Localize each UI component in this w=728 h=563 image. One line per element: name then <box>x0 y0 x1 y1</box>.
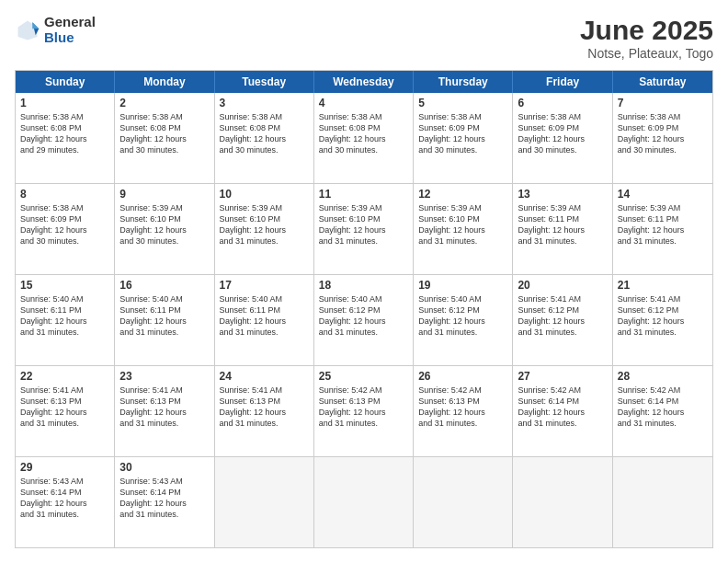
calendar-cell-1-6: 6Sunrise: 5:38 AM Sunset: 6:09 PM Daylig… <box>513 93 612 183</box>
logo-blue-text: Blue <box>44 30 96 46</box>
calendar-cell-3-4: 18Sunrise: 5:40 AM Sunset: 6:12 PM Dayli… <box>314 275 414 365</box>
calendar-cell-2-3: 10Sunrise: 5:39 AM Sunset: 6:10 PM Dayli… <box>215 184 314 274</box>
calendar-cell-2-2: 9Sunrise: 5:39 AM Sunset: 6:10 PM Daylig… <box>115 184 214 274</box>
day-number: 8 <box>20 188 109 201</box>
day-number: 25 <box>319 370 408 383</box>
calendar-cell-2-5: 12Sunrise: 5:39 AM Sunset: 6:10 PM Dayli… <box>414 184 513 274</box>
logo-text: General Blue <box>44 15 96 45</box>
logo-general-text: General <box>44 15 96 30</box>
calendar-cell-5-3 <box>215 457 314 547</box>
title-block: June 2025 Notse, Plateaux, Togo <box>580 15 713 61</box>
calendar-cell-5-5 <box>414 457 513 547</box>
calendar-cell-3-5: 19Sunrise: 5:40 AM Sunset: 6:12 PM Dayli… <box>414 275 513 365</box>
day-number: 7 <box>618 97 708 109</box>
cell-info: Sunrise: 5:38 AM Sunset: 6:09 PM Dayligh… <box>418 111 507 156</box>
calendar-cell-4-5: 26Sunrise: 5:42 AM Sunset: 6:13 PM Dayli… <box>414 366 513 456</box>
calendar: Sunday Monday Tuesday Wednesday Thursday… <box>15 70 713 548</box>
day-number: 6 <box>518 97 607 109</box>
cell-info: Sunrise: 5:43 AM Sunset: 6:14 PM Dayligh… <box>20 476 109 521</box>
logo: General Blue <box>15 15 96 45</box>
cell-info: Sunrise: 5:40 AM Sunset: 6:11 PM Dayligh… <box>220 293 309 339</box>
day-number: 11 <box>319 188 408 201</box>
cell-info: Sunrise: 5:38 AM Sunset: 6:08 PM Dayligh… <box>20 111 109 156</box>
calendar-cell-3-3: 17Sunrise: 5:40 AM Sunset: 6:11 PM Dayli… <box>215 275 314 365</box>
day-number: 1 <box>20 97 109 109</box>
subtitle: Notse, Plateaux, Togo <box>580 46 713 61</box>
cell-info: Sunrise: 5:39 AM Sunset: 6:10 PM Dayligh… <box>418 202 507 247</box>
cell-info: Sunrise: 5:42 AM Sunset: 6:14 PM Dayligh… <box>618 385 708 430</box>
calendar-cell-2-7: 14Sunrise: 5:39 AM Sunset: 6:11 PM Dayli… <box>613 184 712 274</box>
header-monday: Monday <box>115 71 214 93</box>
calendar-row-1: 1Sunrise: 5:38 AM Sunset: 6:08 PM Daylig… <box>16 93 712 183</box>
header-saturday: Saturday <box>613 71 712 93</box>
calendar-cell-5-7 <box>613 457 712 547</box>
calendar-cell-5-6 <box>513 457 612 547</box>
day-number: 19 <box>418 279 507 292</box>
cell-info: Sunrise: 5:41 AM Sunset: 6:13 PM Dayligh… <box>220 385 309 430</box>
calendar-cell-4-3: 24Sunrise: 5:41 AM Sunset: 6:13 PM Dayli… <box>215 366 314 456</box>
calendar-cell-1-3: 3Sunrise: 5:38 AM Sunset: 6:08 PM Daylig… <box>215 93 314 183</box>
calendar-cell-5-2: 30Sunrise: 5:43 AM Sunset: 6:14 PM Dayli… <box>115 457 214 547</box>
calendar-cell-1-5: 5Sunrise: 5:38 AM Sunset: 6:09 PM Daylig… <box>414 93 513 183</box>
calendar-cell-4-2: 23Sunrise: 5:41 AM Sunset: 6:13 PM Dayli… <box>115 366 214 456</box>
calendar-cell-1-7: 7Sunrise: 5:38 AM Sunset: 6:09 PM Daylig… <box>613 93 712 183</box>
cell-info: Sunrise: 5:38 AM Sunset: 6:09 PM Dayligh… <box>518 111 607 156</box>
calendar-row-3: 15Sunrise: 5:40 AM Sunset: 6:11 PM Dayli… <box>16 274 712 365</box>
day-number: 3 <box>220 97 309 109</box>
svg-marker-0 <box>18 20 38 40</box>
header-sunday: Sunday <box>16 71 115 93</box>
cell-info: Sunrise: 5:38 AM Sunset: 6:09 PM Dayligh… <box>20 202 109 247</box>
header-friday: Friday <box>513 71 612 93</box>
calendar-cell-5-4 <box>314 457 414 547</box>
day-number: 24 <box>220 370 309 383</box>
day-number: 17 <box>220 279 309 292</box>
cell-info: Sunrise: 5:39 AM Sunset: 6:10 PM Dayligh… <box>319 202 408 247</box>
cell-info: Sunrise: 5:39 AM Sunset: 6:11 PM Dayligh… <box>618 202 708 247</box>
calendar-cell-1-4: 4Sunrise: 5:38 AM Sunset: 6:08 PM Daylig… <box>314 93 414 183</box>
calendar-cell-1-1: 1Sunrise: 5:38 AM Sunset: 6:08 PM Daylig… <box>16 93 115 183</box>
day-number: 5 <box>418 97 507 109</box>
calendar-row-2: 8Sunrise: 5:38 AM Sunset: 6:09 PM Daylig… <box>16 183 712 274</box>
cell-info: Sunrise: 5:41 AM Sunset: 6:12 PM Dayligh… <box>618 293 708 339</box>
header: General Blue June 2025 Notse, Plateaux, … <box>15 15 713 61</box>
day-number: 15 <box>20 279 109 292</box>
calendar-cell-4-1: 22Sunrise: 5:41 AM Sunset: 6:13 PM Dayli… <box>16 366 115 456</box>
calendar-cell-2-6: 13Sunrise: 5:39 AM Sunset: 6:11 PM Dayli… <box>513 184 612 274</box>
cell-info: Sunrise: 5:41 AM Sunset: 6:13 PM Dayligh… <box>119 385 209 430</box>
day-number: 30 <box>119 461 209 474</box>
cell-info: Sunrise: 5:41 AM Sunset: 6:12 PM Dayligh… <box>518 293 607 339</box>
calendar-cell-5-1: 29Sunrise: 5:43 AM Sunset: 6:14 PM Dayli… <box>16 457 115 547</box>
day-number: 18 <box>319 279 408 292</box>
day-number: 22 <box>20 370 109 383</box>
cell-info: Sunrise: 5:42 AM Sunset: 6:13 PM Dayligh… <box>418 385 507 430</box>
cell-info: Sunrise: 5:39 AM Sunset: 6:10 PM Dayligh… <box>119 202 209 247</box>
calendar-cell-4-7: 28Sunrise: 5:42 AM Sunset: 6:14 PM Dayli… <box>613 366 712 456</box>
cell-info: Sunrise: 5:42 AM Sunset: 6:13 PM Dayligh… <box>319 385 408 430</box>
calendar-body: 1Sunrise: 5:38 AM Sunset: 6:08 PM Daylig… <box>16 93 712 547</box>
day-number: 16 <box>119 279 209 292</box>
calendar-cell-3-1: 15Sunrise: 5:40 AM Sunset: 6:11 PM Dayli… <box>16 275 115 365</box>
day-number: 26 <box>418 370 507 383</box>
calendar-header: Sunday Monday Tuesday Wednesday Thursday… <box>16 71 712 93</box>
calendar-cell-2-1: 8Sunrise: 5:38 AM Sunset: 6:09 PM Daylig… <box>16 184 115 274</box>
day-number: 9 <box>119 188 209 201</box>
cell-info: Sunrise: 5:40 AM Sunset: 6:11 PM Dayligh… <box>119 293 209 339</box>
calendar-row-4: 22Sunrise: 5:41 AM Sunset: 6:13 PM Dayli… <box>16 365 712 456</box>
cell-info: Sunrise: 5:39 AM Sunset: 6:10 PM Dayligh… <box>220 202 309 247</box>
cell-info: Sunrise: 5:40 AM Sunset: 6:12 PM Dayligh… <box>418 293 507 339</box>
day-number: 27 <box>518 370 607 383</box>
day-number: 2 <box>119 97 209 109</box>
day-number: 29 <box>20 461 109 474</box>
day-number: 21 <box>618 279 708 292</box>
calendar-cell-3-2: 16Sunrise: 5:40 AM Sunset: 6:11 PM Dayli… <box>115 275 214 365</box>
cell-info: Sunrise: 5:40 AM Sunset: 6:11 PM Dayligh… <box>20 293 109 339</box>
header-wednesday: Wednesday <box>314 71 414 93</box>
cell-info: Sunrise: 5:38 AM Sunset: 6:08 PM Dayligh… <box>119 111 209 156</box>
cell-info: Sunrise: 5:39 AM Sunset: 6:11 PM Dayligh… <box>518 202 607 247</box>
header-thursday: Thursday <box>414 71 513 93</box>
day-number: 14 <box>618 188 708 201</box>
day-number: 10 <box>220 188 309 201</box>
logo-icon <box>15 17 40 43</box>
header-tuesday: Tuesday <box>215 71 314 93</box>
svg-marker-2 <box>32 22 39 29</box>
